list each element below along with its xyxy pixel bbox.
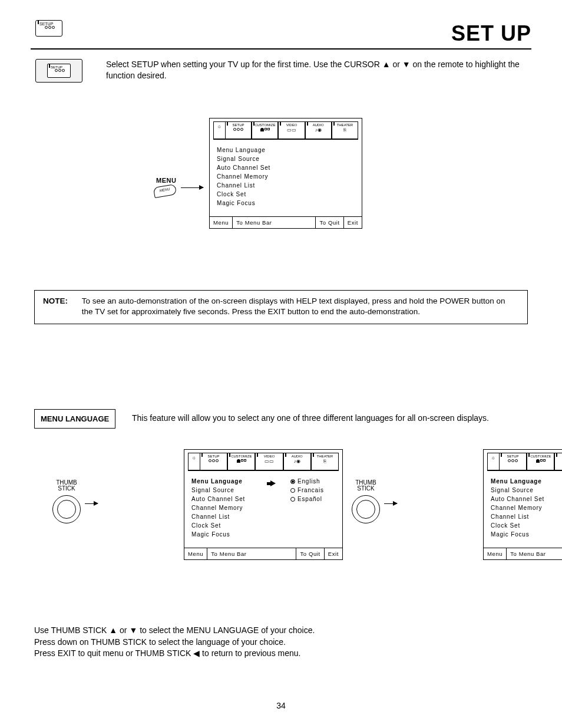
arrow-right-icon xyxy=(267,478,276,489)
tab-brightness-icon: ☼ xyxy=(213,121,225,139)
radio-icon xyxy=(290,497,295,502)
footer-menu: Menu xyxy=(210,217,233,228)
footer-to-menu-bar: To Menu Bar xyxy=(207,548,296,559)
menu-button-label: MENU xyxy=(156,177,176,184)
instruction-line: Use THUMB STICK ▲ or ▼ to select the MEN… xyxy=(34,625,528,637)
list-item: Magic Focus xyxy=(191,530,268,539)
footer-to-quit: To Quit xyxy=(296,548,323,559)
tab-video: VIDEO▭▭ xyxy=(255,453,283,470)
menu-language-intro: This feature will allow you to select an… xyxy=(132,413,528,423)
list-item: Clock Set xyxy=(217,190,293,199)
list-item: Menu Language xyxy=(191,477,268,486)
thumb-stick-icon xyxy=(352,495,380,523)
page-number: 34 xyxy=(0,701,562,710)
footer-to-menu-bar: To Menu Bar xyxy=(233,217,315,228)
main-osd-group: MENU MENU ☼ SETUP CUSTOMIZE VIDEO▭▭ AUDI… xyxy=(162,118,398,229)
thumb-stick-icon xyxy=(52,495,81,523)
lower-osd-row: THUMB STICK ☼ SETUP CUSTOMIZE VIDEO▭▭ AU… xyxy=(34,449,528,560)
arrow-right-icon xyxy=(181,187,203,188)
instruction-line: Press EXIT to quit menu or THUMB STICK ◀… xyxy=(34,648,528,660)
thumb-label-2: STICK xyxy=(357,485,374,492)
thumb-label-2: STICK xyxy=(58,485,75,492)
tab-setup: SETUP xyxy=(499,453,527,470)
list-item: Menu Language xyxy=(217,146,293,154)
title-rule xyxy=(31,48,531,50)
main-osd: ☼ SETUP CUSTOMIZE VIDEO▭▭ AUDIO♪◉ THEATE… xyxy=(209,118,362,229)
tab-audio: AUDIO♪◉ xyxy=(283,453,311,470)
thumb-stick-right: THUMB STICK xyxy=(333,449,398,560)
header-setup-badge: SETUP xyxy=(35,20,62,37)
radio-selected-icon xyxy=(290,479,295,484)
thumb-stick-left: THUMB STICK xyxy=(34,449,99,560)
tab-video: VIDEO▭▭ xyxy=(278,121,305,139)
list-item: Auto Channel Set xyxy=(217,163,293,172)
tab-audio: AUDIO♪◉ xyxy=(305,121,332,139)
list-item: Channel Memory xyxy=(191,503,268,512)
list-item: Channel Memory xyxy=(217,172,293,181)
note-box: NOTE: To see an auto-demonstration of th… xyxy=(34,290,528,324)
list-item: Magic Focus xyxy=(491,530,562,539)
lang-option-english: English xyxy=(290,477,335,486)
intro-text: Select SETUP when setting your TV up for… xyxy=(106,59,531,81)
list-item: Channel List xyxy=(217,181,293,190)
list-item: Auto Channel Set xyxy=(191,495,268,503)
tab-video: VIDEO▭▭ xyxy=(554,453,562,470)
osd-setup-items: Menu Language Signal Source Auto Channel… xyxy=(217,146,293,212)
tab-brightness-icon: ☼ xyxy=(487,453,499,470)
list-item: Signal Source xyxy=(217,154,293,163)
header-setup-label: SETUP xyxy=(39,22,53,26)
tab-customize: CUSTOMIZE xyxy=(227,453,255,470)
list-item: Magic Focus xyxy=(217,199,293,207)
list-item: Auto Channel Set xyxy=(491,495,562,503)
tab-brightness-icon: ☼ xyxy=(188,453,200,470)
note-text: To see an auto-demonstration of the on-s… xyxy=(82,296,517,317)
list-item: Clock Set xyxy=(491,521,562,530)
tab-customize: CUSTOMIZE xyxy=(252,121,278,139)
lang-option-espanol: Español xyxy=(290,495,335,503)
footer-to-menu-bar: To Menu Bar xyxy=(507,548,562,559)
lang-option-francais: Francais xyxy=(290,486,335,495)
footer-exit: Exit xyxy=(343,217,362,228)
arrow-right-icon xyxy=(384,503,397,504)
tab-setup: SETUP xyxy=(225,121,252,139)
footer-to-quit: To Quit xyxy=(315,217,343,228)
radio-icon xyxy=(290,488,295,493)
footer-menu: Menu xyxy=(184,548,207,559)
list-item: Menu Language xyxy=(491,477,562,486)
intro-setup-key: SETUP xyxy=(35,59,82,83)
tab-theater: THEATER⎘ xyxy=(332,121,358,139)
list-item: Clock Set xyxy=(191,521,268,530)
list-item: Channel List xyxy=(191,512,268,521)
osd-tab-bar: ☼ SETUP CUSTOMIZE VIDEO▭▭ AUDIO♪◉ THEATE… xyxy=(210,118,362,139)
footer-menu: Menu xyxy=(484,548,507,559)
list-item: Channel List xyxy=(491,512,562,521)
arrow-right-icon xyxy=(85,503,98,504)
menu-button-icon: MENU xyxy=(153,184,177,198)
lower-osd-left: ☼ SETUP CUSTOMIZE VIDEO▭▭ AUDIO♪◉ THEATE… xyxy=(184,449,343,560)
osd-footer: Menu To Menu Bar To Quit Exit xyxy=(210,216,362,228)
instructions-block: Use THUMB STICK ▲ or ▼ to select the MEN… xyxy=(34,625,528,660)
note-label: NOTE: xyxy=(43,296,80,307)
instruction-line: Press down on THUMB STICK to select the … xyxy=(34,637,528,648)
tab-setup: SETUP xyxy=(200,453,227,470)
list-item: Signal Source xyxy=(491,486,562,495)
lower-osd-right: ☼ SETUP CUSTOMIZE VIDEO▭▭ AUDIO♪◉ THEATE… xyxy=(483,449,562,560)
list-item: Signal Source xyxy=(191,486,268,495)
page-title: SET UP xyxy=(451,21,531,46)
menu-language-heading: MENU LANGUAGE xyxy=(34,409,115,429)
list-item: Channel Memory xyxy=(491,503,562,512)
tab-customize: CUSTOMIZE xyxy=(527,453,554,470)
